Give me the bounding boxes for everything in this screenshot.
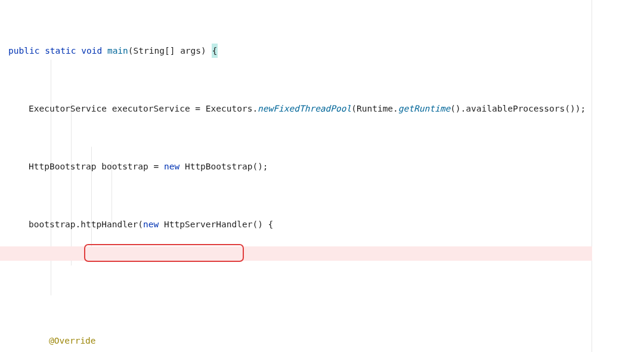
code-line: HttpBootstrap bootstrap = new HttpBootst… [29,159,268,174]
code-editor[interactable]: public static void main(String[] args) {… [0,0,644,352]
code-line: public static void main(String[] args) { [8,44,218,58]
code-line: ExecutorService executorService = Execut… [29,101,586,116]
code-line: bootstrap.httpHandler(new HttpServerHand… [29,217,273,231]
cursor: { [212,44,218,58]
code-line: @Override [49,334,96,348]
